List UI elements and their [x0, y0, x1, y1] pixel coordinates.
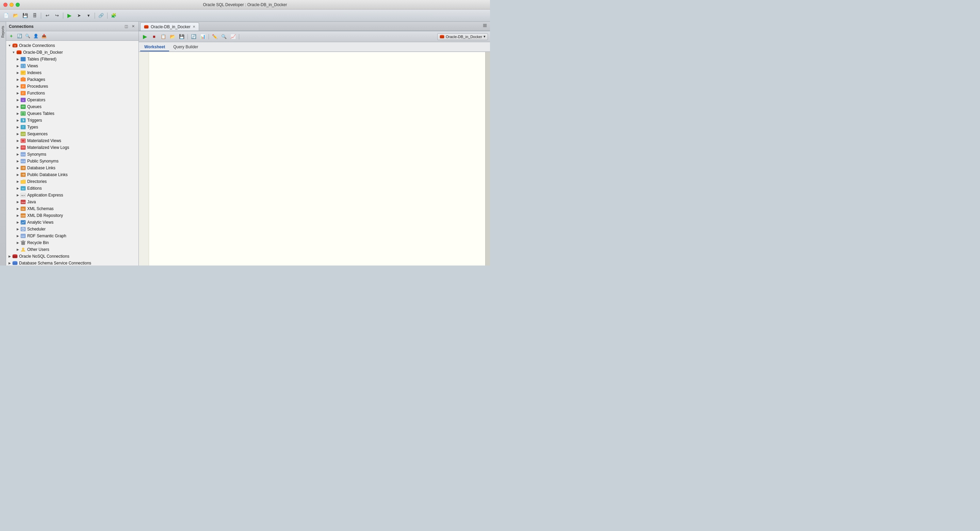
close-panel-icon[interactable]: ✕: [130, 24, 136, 29]
run-statement-button[interactable]: 📋: [159, 33, 167, 40]
autotrace-button[interactable]: 📊: [199, 33, 207, 40]
db-connect-button[interactable]: 🗄: [30, 12, 39, 19]
expand-packages[interactable]: ▶: [16, 78, 20, 82]
expand-panel-icon[interactable]: [482, 23, 487, 29]
expand-procedures[interactable]: ▶: [16, 84, 20, 89]
nav-button[interactable]: ➤: [75, 12, 83, 19]
tree-item-db-links[interactable]: ▶ Database Links: [6, 165, 138, 171]
tree-item-java[interactable]: ▶ Java Java: [6, 198, 138, 205]
save-script-button[interactable]: 💾: [178, 33, 186, 40]
query-builder-tab[interactable]: Query Builder: [169, 43, 202, 51]
refresh-button[interactable]: 🔄: [16, 33, 23, 40]
tree-item-mat-views[interactable]: ▶ Materialized Views: [6, 137, 138, 144]
tree-item-functions[interactable]: ▶ F Functions: [6, 90, 138, 97]
expand-synonyms[interactable]: ▶: [16, 152, 20, 156]
open-file-button[interactable]: 📂: [169, 33, 177, 40]
extensions-button[interactable]: 🧩: [110, 12, 118, 19]
tab-close-button[interactable]: ✕: [192, 25, 195, 29]
expand-queues-tables[interactable]: ▶: [16, 111, 20, 116]
expand-oracle-connections[interactable]: ▼: [8, 43, 11, 48]
tree-item-xml-db-repo[interactable]: ▶ XDBR XML DB Repository: [6, 212, 138, 219]
tree-item-triggers[interactable]: ▶ Triggers: [6, 117, 138, 124]
open-button[interactable]: 📂: [11, 12, 20, 19]
expand-views[interactable]: ▶: [16, 64, 20, 68]
expand-operators[interactable]: ▶: [16, 98, 20, 102]
tree-item-synonyms[interactable]: ▶ SYN Synonyms: [6, 151, 138, 158]
minimize-button[interactable]: [10, 3, 14, 7]
expand-other-users[interactable]: ▶: [16, 247, 20, 252]
tree-item-sequences[interactable]: ▶ 123 Sequences: [6, 130, 138, 137]
expand-indexes[interactable]: ▶: [16, 71, 20, 75]
save-button[interactable]: 💾: [21, 12, 29, 19]
stop-button[interactable]: ■: [150, 33, 158, 40]
tree-item-views[interactable]: ▶ Views: [6, 63, 138, 69]
clear-button[interactable]: 🔍: [220, 33, 228, 40]
schema-service-connections[interactable]: ▶ Database Schema Service Connections: [6, 260, 138, 265]
expand-directories[interactable]: ▶: [16, 179, 20, 184]
expand-analytic-views[interactable]: ▶: [16, 220, 20, 224]
tree-item-rdf[interactable]: ▶ RDF RDF Semantic Graph: [6, 233, 138, 239]
main-tab[interactable]: Oracle-DB_in_Docker ✕: [140, 22, 199, 30]
new-button[interactable]: 📄: [2, 12, 10, 19]
db-connection[interactable]: ▼ Oracle-DB_in_Docker: [6, 49, 138, 56]
redo-button[interactable]: ↪: [53, 12, 61, 19]
tree-item-types[interactable]: ▶ T Types: [6, 124, 138, 130]
tree-item-other-users[interactable]: ▶ Other Users: [6, 246, 138, 253]
expand-xml-schemas[interactable]: ▶: [16, 207, 20, 211]
vertical-scrollbar[interactable]: [485, 52, 490, 265]
tree-item-operators[interactable]: ▶ ± Operators: [6, 97, 138, 103]
tree-container[interactable]: ▼ DB Oracle Connections ▼ Oracle-DB_in_D…: [6, 41, 138, 265]
tree-item-procedures[interactable]: ▶ P Procedures: [6, 83, 138, 90]
expand-queues[interactable]: ▶: [16, 105, 20, 109]
expand-mat-view-logs[interactable]: ▶: [16, 146, 20, 150]
expand-triggers[interactable]: ▶: [16, 118, 20, 122]
tree-item-queues[interactable]: ▶ Queues: [6, 103, 138, 110]
export-button[interactable]: 📤: [40, 33, 48, 40]
worksheet-tab[interactable]: Worksheet: [140, 43, 169, 51]
tree-item-app-express[interactable]: ▶ AEX Application Express: [6, 192, 138, 198]
nav-dropdown[interactable]: ▾: [84, 12, 92, 19]
maximize-button[interactable]: [16, 3, 20, 7]
run-button[interactable]: ▶: [65, 12, 73, 19]
execute-explain-button[interactable]: 🔄: [189, 33, 198, 40]
expand-xml-db-repo[interactable]: ▶: [16, 214, 20, 217]
tree-item-analytic-views[interactable]: ▶ Analytic Views: [6, 219, 138, 226]
db-connection-selector[interactable]: Oracle-DB_in_Docker ▾: [437, 33, 488, 40]
detach-icon[interactable]: ◫: [124, 24, 129, 29]
tree-item-directories[interactable]: ▶ Directories: [6, 178, 138, 185]
filter-button[interactable]: 🔍: [24, 33, 31, 40]
tree-item-xml-schemas[interactable]: ▶ XML XML Schemas: [6, 205, 138, 212]
nosql-connections[interactable]: ▶ Oracle NoSQL Connections: [6, 253, 138, 260]
close-button[interactable]: [3, 3, 8, 7]
tree-item-public-synonyms[interactable]: ▶ PUB Public Synonyms: [6, 158, 138, 165]
expand-app-express[interactable]: ▶: [16, 193, 20, 197]
tree-item-tables[interactable]: ▶ Tables (Filtered): [6, 56, 138, 63]
expand-sequences[interactable]: ▶: [16, 132, 20, 136]
add-connection-button[interactable]: +: [8, 33, 15, 40]
schema-button[interactable]: 👤: [32, 33, 40, 40]
tree-item-queues-tables[interactable]: ▶ Queues Tables: [6, 110, 138, 117]
editor-text-area[interactable]: [150, 52, 490, 265]
undo-button[interactable]: ↩: [43, 12, 51, 19]
connections-button[interactable]: 🔗: [97, 12, 105, 19]
expand-scheduler[interactable]: ▶: [16, 227, 20, 231]
tree-item-editions[interactable]: ▶ Ed Editions: [6, 185, 138, 192]
oracle-connections-root[interactable]: ▼ DB Oracle Connections: [6, 42, 138, 49]
reports-tab2[interactable]: [2, 47, 4, 53]
tree-item-indexes[interactable]: ▶ Indexes: [6, 69, 138, 76]
expand-mat-views[interactable]: ▶: [16, 139, 20, 143]
tree-item-public-db-links[interactable]: ▶ Public Database Links: [6, 171, 138, 178]
expand-functions[interactable]: ▶: [16, 91, 20, 95]
expand-tables[interactable]: ▶: [16, 57, 20, 61]
expand-nosql[interactable]: ▶: [8, 254, 11, 258]
expand-public-db-links[interactable]: ▶: [16, 173, 20, 177]
expand-db-connection[interactable]: ▼: [11, 50, 16, 54]
expand-public-synonyms[interactable]: ▶: [16, 159, 20, 163]
expand-java[interactable]: ▶: [16, 200, 20, 204]
expand-recycle-bin[interactable]: ▶: [16, 241, 20, 245]
expand-editions[interactable]: ▶: [16, 186, 20, 190]
run-script-button[interactable]: ▶: [141, 33, 149, 40]
tree-item-packages[interactable]: ▶ Packages: [6, 76, 138, 83]
expand-db-links[interactable]: ▶: [16, 166, 20, 170]
tree-item-scheduler[interactable]: ▶ Scheduler: [6, 226, 138, 233]
